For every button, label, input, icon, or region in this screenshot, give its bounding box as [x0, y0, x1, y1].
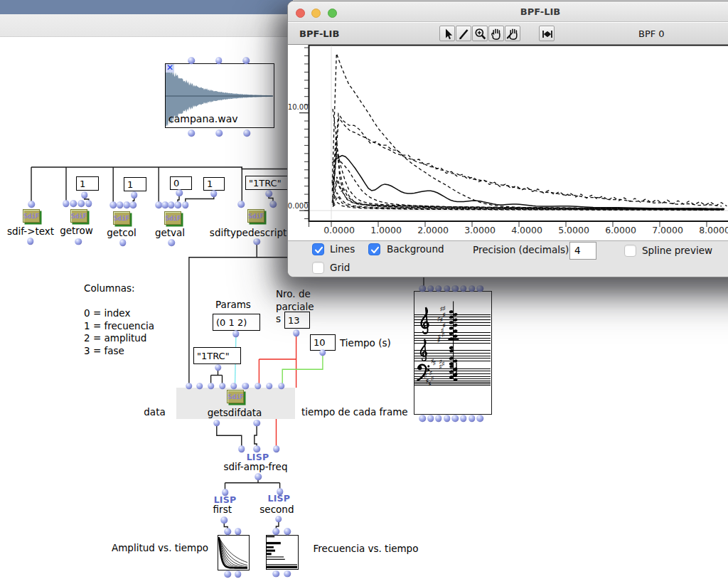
time-box[interactable]: 10: [310, 334, 336, 351]
port-ball[interactable]: [242, 57, 250, 64]
port-ball[interactable]: [129, 201, 136, 208]
port-ball[interactable]: [188, 57, 195, 64]
port-ball[interactable]: [444, 285, 451, 292]
port-ball[interactable]: [273, 570, 280, 578]
chord-seq-box[interactable]: ♯♯♯♯♯♯♯♯♯♯♯♯♯♯♯♯♯♯♯♯♯: [414, 291, 492, 415]
select-arrow-tool[interactable]: [439, 26, 455, 41]
port-ball[interactable]: [230, 383, 237, 390]
port-ball[interactable]: [477, 415, 484, 423]
port-ball[interactable]: [81, 191, 88, 198]
port-ball[interactable]: [235, 529, 242, 536]
precision-input[interactable]: 4: [569, 242, 596, 260]
port-ball[interactable]: [117, 201, 124, 208]
hand-draw-tool[interactable]: [505, 26, 520, 41]
port-ball[interactable]: [278, 383, 285, 390]
port-ball[interactable]: [253, 238, 260, 245]
amplitude-bpf-thumbnail[interactable]: [218, 535, 250, 570]
port-ball[interactable]: [63, 200, 70, 207]
getval-row-box[interactable]: 0: [170, 176, 192, 190]
port-ball[interactable]: [232, 331, 240, 338]
port-ball[interactable]: [27, 238, 34, 245]
port-ball[interactable]: [182, 201, 189, 208]
port-ball[interactable]: [452, 415, 459, 423]
port-ball[interactable]: [266, 383, 273, 390]
bpf-plot[interactable]: 10.000.0000.00001.00002.00003.00004.0000…: [288, 45, 728, 240]
port-ball[interactable]: [168, 201, 175, 208]
port-ball[interactable]: [293, 330, 300, 337]
port-ball[interactable]: [196, 383, 203, 390]
port-ball[interactable]: [452, 285, 459, 292]
port-ball[interactable]: [265, 190, 272, 197]
port-ball[interactable]: [215, 129, 223, 137]
port-ball[interactable]: [215, 364, 222, 371]
port-ball[interactable]: [219, 383, 226, 390]
port-ball[interactable]: [277, 488, 284, 495]
port-ball[interactable]: [284, 570, 291, 578]
port-ball[interactable]: [221, 517, 228, 524]
port-ball[interactable]: [119, 239, 127, 246]
port-ball[interactable]: [460, 285, 467, 292]
port-ball[interactable]: [477, 285, 484, 292]
port-ball[interactable]: [435, 415, 442, 423]
port-ball[interactable]: [284, 529, 291, 536]
port-ball[interactable]: [208, 383, 215, 390]
sdif-icon[interactable]: SdiF: [23, 209, 40, 223]
port-ball[interactable]: [460, 415, 467, 423]
sdif-icon[interactable]: SdiF: [113, 211, 130, 225]
fit-to-window-tool[interactable]: [539, 26, 555, 41]
port-ball[interactable]: [188, 129, 195, 137]
frametype-box[interactable]: "1TRC": [193, 347, 241, 364]
rows-index-box[interactable]: 1: [76, 176, 99, 191]
port-ball[interactable]: [224, 529, 231, 536]
campana-sound-box[interactable]: ✕ campana.wav: [165, 63, 274, 128]
grid-checkbox[interactable]: [312, 262, 324, 274]
hand-tool[interactable]: [488, 26, 504, 41]
port-ball[interactable]: [131, 191, 138, 198]
bpf-titlebar[interactable]: BPF-LIB: [288, 1, 728, 22]
sdif-icon[interactable]: SdiF: [70, 209, 87, 223]
port-ball[interactable]: [255, 383, 262, 390]
port-ball[interactable]: [273, 446, 280, 453]
port-ball[interactable]: [427, 415, 434, 423]
port-ball[interactable]: [235, 571, 242, 578]
patch-cord[interactable]: [255, 425, 257, 448]
port-ball[interactable]: [210, 190, 218, 197]
port-ball[interactable]: [253, 446, 260, 453]
port-ball[interactable]: [176, 189, 183, 196]
port-ball[interactable]: [224, 571, 231, 578]
port-ball[interactable]: [222, 489, 229, 496]
port-ball[interactable]: [253, 420, 260, 427]
patch-cord[interactable]: [217, 425, 242, 448]
spline-preview-checkbox[interactable]: [624, 245, 636, 257]
port-ball[interactable]: [237, 201, 245, 208]
port-ball[interactable]: [469, 415, 476, 423]
getval-col-box[interactable]: 1: [203, 177, 225, 191]
port-ball[interactable]: [419, 415, 426, 423]
sdif-icon[interactable]: SdiF: [247, 209, 264, 223]
sdif-icon[interactable]: SdiF: [227, 390, 244, 403]
port-ball[interactable]: [215, 57, 223, 64]
port-ball[interactable]: [186, 383, 193, 390]
cols-index-box[interactable]: 1: [124, 177, 146, 191]
port-ball[interactable]: [435, 285, 442, 292]
port-ball[interactable]: [70, 200, 77, 207]
port-ball[interactable]: [123, 201, 130, 208]
lines-checkbox[interactable]: [312, 243, 324, 255]
port-ball[interactable]: [275, 516, 282, 523]
port-ball[interactable]: [427, 285, 434, 292]
port-ball[interactable]: [419, 285, 426, 292]
port-ball[interactable]: [109, 201, 117, 208]
port-ball[interactable]: [444, 415, 451, 423]
port-ball[interactable]: [255, 473, 262, 480]
sdif-icon[interactable]: SdiF: [164, 211, 181, 225]
partials-box[interactable]: 13: [284, 312, 310, 329]
patch-cord[interactable]: [186, 193, 214, 205]
port-ball[interactable]: [243, 129, 250, 137]
frequency-bpf-thumbnail[interactable]: [266, 535, 299, 570]
port-ball[interactable]: [238, 446, 245, 453]
pen-tool[interactable]: [456, 26, 471, 41]
port-ball[interactable]: [319, 349, 326, 356]
params-box[interactable]: (0 1 2): [213, 314, 260, 331]
zoom-tool[interactable]: [472, 26, 488, 41]
port-ball[interactable]: [469, 285, 476, 292]
